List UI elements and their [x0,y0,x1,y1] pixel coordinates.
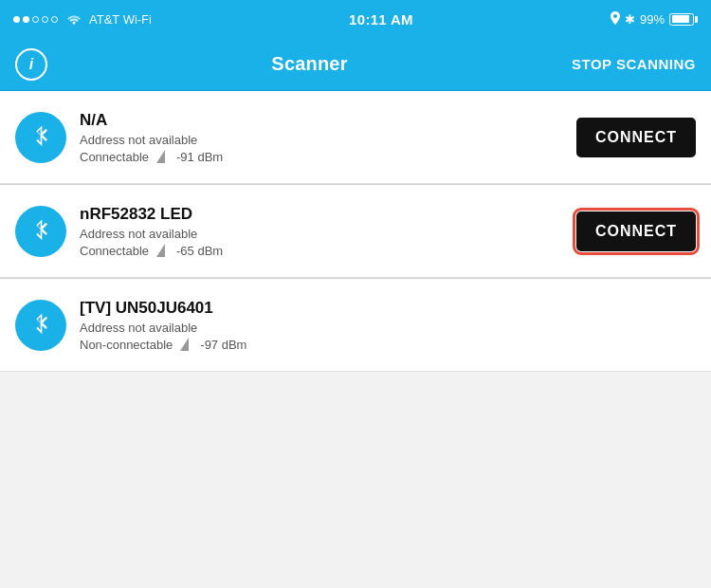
device-connectable-1: Connectable [80,150,149,164]
signal-dot-1 [13,16,20,23]
signal-dot-2 [23,16,29,23]
status-bar: AT&T Wi-Fi 10:11 AM ✱ 99% [0,0,711,38]
device-dbm-1: -91 dBm [176,150,223,164]
device-meta-2: Connectable -65 dBm [80,244,565,258]
battery-icon [669,13,698,26]
device-connectable-3: Non-connectable [80,338,173,352]
device-meta-3: Non-connectable -97 dBm [80,338,696,352]
status-time: 10:11 AM [349,11,413,28]
status-right: ✱ 99% [611,11,698,28]
status-left: AT&T Wi-Fi [13,11,152,28]
wifi-icon [65,11,82,28]
device-address-2: Address not available [80,227,565,241]
info-button[interactable]: i [15,48,47,81]
device-info-1: N/A Address not available Connectable -9… [80,111,565,164]
bluetooth-status-icon: ✱ [625,12,635,27]
device-list: N/A Address not available Connectable -9… [0,91,711,372]
battery-percent: 99% [640,12,665,27]
signal-dot-4 [42,16,48,23]
nav-bar: i Scanner STOP SCANNING [0,38,711,91]
location-icon [611,11,620,28]
device-address-1: Address not available [80,133,565,147]
signal-triangle-1 [156,150,165,163]
device-name-1: N/A [80,111,565,130]
device-dbm-2: -65 dBm [176,244,223,258]
device-meta-1: Connectable -91 dBm [80,150,565,164]
signal-triangle-2 [156,244,165,257]
device-name-2: nRF52832 LED [80,205,565,224]
device-row: [TV] UN50JU6401 Address not available No… [0,279,711,372]
device-row: nRF52832 LED Address not available Conne… [0,185,711,278]
signal-dots [13,16,58,23]
device-connectable-2: Connectable [80,244,149,258]
device-info-2: nRF52832 LED Address not available Conne… [80,205,565,258]
device-info-3: [TV] UN50JU6401 Address not available No… [80,299,696,352]
device-dbm-3: -97 dBm [200,338,246,352]
device-name-3: [TV] UN50JU6401 [80,299,696,318]
device-address-3: Address not available [80,321,696,335]
connect-button-2[interactable]: CONNECT [576,211,696,251]
bluetooth-icon-2 [15,206,66,257]
bluetooth-icon-3 [15,300,66,351]
stop-scanning-button[interactable]: STOP SCANNING [572,56,696,72]
connect-button-1[interactable]: CONNECT [576,118,696,157]
signal-triangle-3 [180,338,189,351]
device-row: N/A Address not available Connectable -9… [0,91,711,184]
signal-dot-5 [51,16,58,23]
signal-dot-3 [32,16,39,23]
bluetooth-icon-1 [15,112,66,163]
nav-title: Scanner [271,53,347,75]
carrier-text: AT&T Wi-Fi [89,12,152,27]
